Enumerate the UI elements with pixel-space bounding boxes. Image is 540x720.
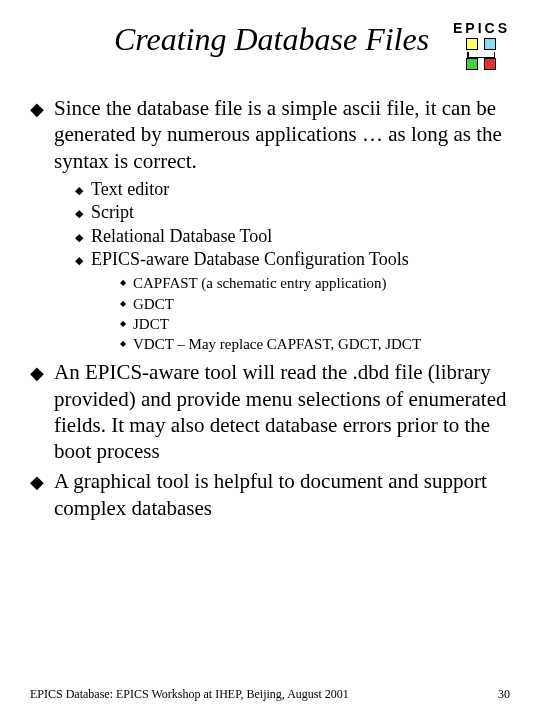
bullet-level-2: ◆ Script xyxy=(75,201,510,224)
logo-box-icon xyxy=(484,58,496,70)
slide-footer: EPICS Database: EPICS Workshop at IHEP, … xyxy=(30,687,510,702)
bullet-marker-icon: ◆ xyxy=(120,278,126,293)
bullet-level-3: ◆ GDCT xyxy=(120,294,510,314)
bullet-marker-icon: ◆ xyxy=(120,339,126,354)
bullet-text: Relational Database Tool xyxy=(91,225,272,248)
slide-title: Creating Database Files xyxy=(30,20,453,58)
bullet-marker-icon: ◆ xyxy=(75,230,83,248)
bullet-text: GDCT xyxy=(133,294,174,314)
bullet-level-2: ◆ Relational Database Tool xyxy=(75,225,510,248)
bullet-text: JDCT xyxy=(133,314,169,334)
bullet-level-2: ◆ Text editor xyxy=(75,178,510,201)
bullet-level-1: ◆ An EPICS-aware tool will read the .dbd… xyxy=(30,359,510,464)
bullet-marker-icon: ◆ xyxy=(75,183,83,201)
bullet-level-2: ◆ EPICS-aware Database Configuration Too… xyxy=(75,248,510,271)
bullet-text: Script xyxy=(91,201,134,224)
bullet-text: Since the database file is a simple asci… xyxy=(54,95,510,174)
bullet-text: An EPICS-aware tool will read the .dbd f… xyxy=(54,359,510,464)
bullet-level-1: ◆ Since the database file is a simple as… xyxy=(30,95,510,174)
bullet-level-1: ◆ A graphical tool is helpful to documen… xyxy=(30,468,510,521)
logo-connector-icon xyxy=(467,50,495,58)
bullet-marker-icon: ◆ xyxy=(75,253,83,271)
bullet-marker-icon: ◆ xyxy=(120,299,126,314)
logo-box-icon xyxy=(484,38,496,50)
logo-graphic xyxy=(466,38,496,70)
bullet-text: Text editor xyxy=(91,178,169,201)
bullet-level-3: ◆ JDCT xyxy=(120,314,510,334)
epics-logo: EPICS xyxy=(453,20,510,70)
bullet-marker-icon: ◆ xyxy=(30,362,44,464)
bullet-level-3: ◆ CAPFAST (a schematic entry application… xyxy=(120,273,510,293)
footer-text: EPICS Database: EPICS Workshop at IHEP, … xyxy=(30,687,349,702)
bullet-marker-icon: ◆ xyxy=(30,98,44,174)
slide-header: Creating Database Files EPICS xyxy=(30,20,510,70)
bullet-text: EPICS-aware Database Configuration Tools xyxy=(91,248,409,271)
bullet-text: VDCT – May replace CAPFAST, GDCT, JDCT xyxy=(133,334,421,354)
epics-logo-text: EPICS xyxy=(453,20,510,36)
logo-box-icon xyxy=(466,38,478,50)
bullet-text: A graphical tool is helpful to document … xyxy=(54,468,510,521)
page-number: 30 xyxy=(498,687,510,702)
bullet-text: CAPFAST (a schematic entry application) xyxy=(133,273,387,293)
bullet-level-3: ◆ VDCT – May replace CAPFAST, GDCT, JDCT xyxy=(120,334,510,354)
logo-box-icon xyxy=(466,58,478,70)
slide-content: ◆ Since the database file is a simple as… xyxy=(30,95,510,521)
bullet-marker-icon: ◆ xyxy=(75,206,83,224)
bullet-marker-icon: ◆ xyxy=(120,319,126,334)
bullet-marker-icon: ◆ xyxy=(30,471,44,521)
